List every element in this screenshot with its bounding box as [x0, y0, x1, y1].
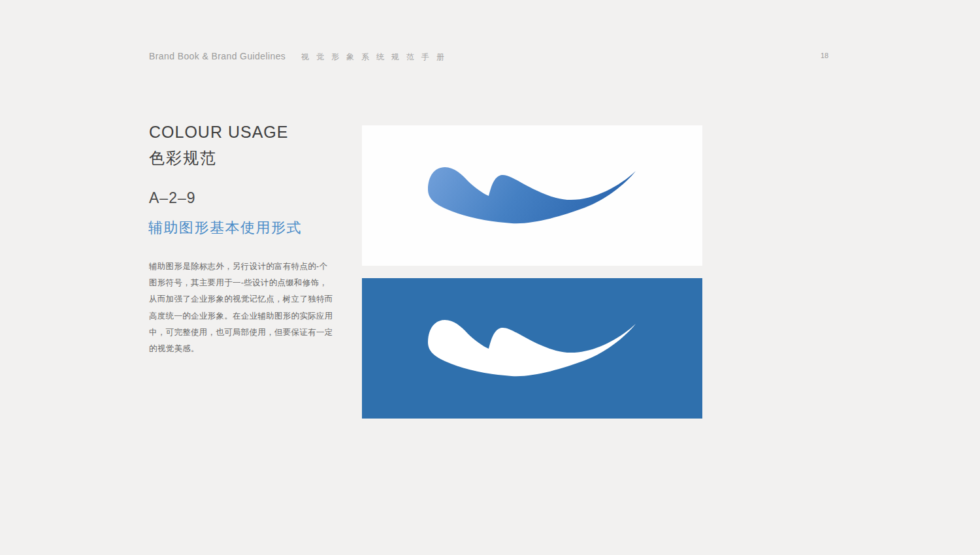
- header-title-cn: 视觉形象系统规范手册: [301, 52, 451, 63]
- body-line: 的视觉美感。: [149, 341, 306, 357]
- wave-logo-gradient-icon: [428, 165, 637, 227]
- section-title-en: COLOUR USAGE: [149, 123, 288, 142]
- header-title-en: Brand Book & Brand Guidelines: [149, 51, 286, 61]
- body-line: 高度统一的企业形象。在企业辅助图形的实际应用: [149, 308, 306, 325]
- body-line: 从而加强了企业形象的视觉记忆点，树立了独特而: [149, 291, 306, 308]
- section-subtitle: 辅助图形基本使用形式: [148, 218, 302, 238]
- body-line: 图形符号，其主要用于一-些设计的点缀和修饰，: [149, 275, 306, 291]
- wave-logo-white-icon: [428, 317, 637, 380]
- brand-book-page: Brand Book & Brand Guidelines 视觉形象系统规范手册…: [0, 0, 980, 555]
- logo-panel-dark: [362, 278, 702, 419]
- body-paragraph: 辅助图形是除标志外，另行设计的富有特点的-个 图形符号，其主要用于一-些设计的点…: [149, 259, 306, 357]
- body-line: 中，可完整使用，也可局部使用，但要保证有一定: [149, 325, 306, 341]
- section-title-cn: 色彩规范: [149, 148, 217, 168]
- page-number: 18: [821, 52, 828, 59]
- body-line: 辅助图形是除标志外，另行设计的富有特点的-个: [149, 259, 306, 275]
- logo-panel-light: [362, 125, 702, 266]
- section-code: A–2–9: [149, 189, 196, 207]
